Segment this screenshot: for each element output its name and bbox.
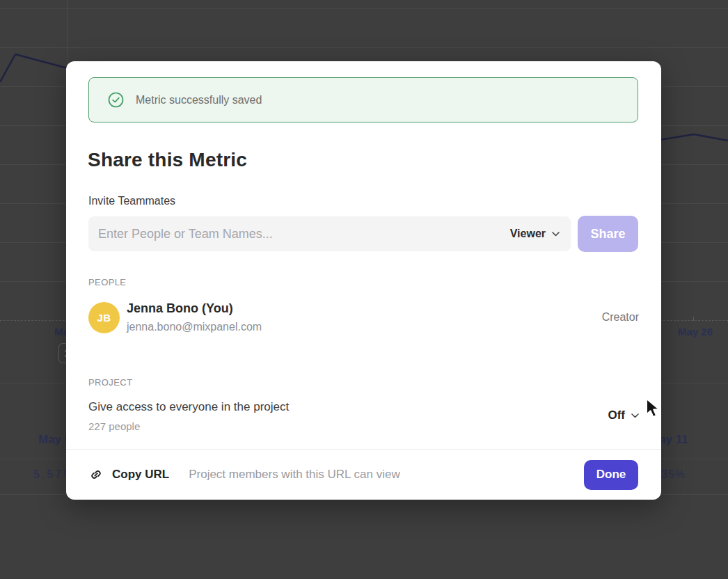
footer-hint: Project members with this URL can view bbox=[189, 468, 584, 482]
person-row: JB Jenna Bono (You) jenna.bono@mixpanel.… bbox=[88, 301, 639, 333]
copy-url-button[interactable]: Copy URL bbox=[89, 468, 169, 482]
chart-line-left bbox=[0, 54, 68, 82]
people-section-label: PEOPLE bbox=[88, 277, 126, 287]
invite-input[interactable] bbox=[98, 227, 510, 241]
project-access-count: 227 people bbox=[88, 420, 608, 432]
success-banner: Metric successfully saved bbox=[88, 77, 638, 122]
project-access-row: Give access to everyone in the project 2… bbox=[88, 400, 639, 432]
modal-title: Share this Metric bbox=[88, 149, 247, 171]
invite-input-container: Viewer bbox=[88, 216, 571, 251]
invite-teammates-label: Invite Teammates bbox=[88, 195, 175, 207]
person-info: Jenna Bono (You) jenna.bono@mixpanel.com bbox=[127, 301, 602, 333]
success-banner-text: Metric successfully saved bbox=[136, 94, 262, 106]
project-access-dropdown[interactable]: Off bbox=[608, 409, 639, 422]
screen: May May 26 1 May 5 May 11 5.57% 35% Metr… bbox=[0, 0, 728, 579]
table-cell-value: 35% bbox=[661, 468, 686, 481]
project-access-title: Give access to everyone in the project bbox=[88, 400, 608, 414]
person-email: jenna.bono@mixpanel.com bbox=[127, 321, 602, 333]
link-icon bbox=[89, 468, 103, 482]
role-dropdown[interactable]: Viewer bbox=[510, 228, 560, 240]
modal-footer: Copy URL Project members with this URL c… bbox=[66, 449, 661, 500]
avatar-initials: JB bbox=[97, 312, 111, 324]
project-section-label: PROJECT bbox=[88, 377, 132, 388]
done-button[interactable]: Done bbox=[584, 460, 638, 490]
chart-line-right bbox=[660, 134, 728, 141]
person-name: Jenna Bono (You) bbox=[127, 301, 602, 316]
chevron-down-icon bbox=[552, 232, 560, 237]
copy-url-label: Copy URL bbox=[112, 468, 169, 482]
share-button[interactable]: Share bbox=[578, 216, 638, 252]
share-metric-modal: Metric successfully saved Share this Met… bbox=[66, 61, 661, 500]
person-role-label: Creator bbox=[602, 311, 639, 324]
role-dropdown-value: Viewer bbox=[510, 228, 546, 240]
axis-label-date: May 26 bbox=[678, 326, 713, 338]
avatar: JB bbox=[88, 302, 120, 333]
success-check-icon bbox=[108, 92, 124, 108]
project-access-dropdown-value: Off bbox=[608, 409, 625, 422]
chevron-down-icon bbox=[631, 413, 639, 418]
project-access-info: Give access to everyone in the project 2… bbox=[88, 400, 608, 432]
